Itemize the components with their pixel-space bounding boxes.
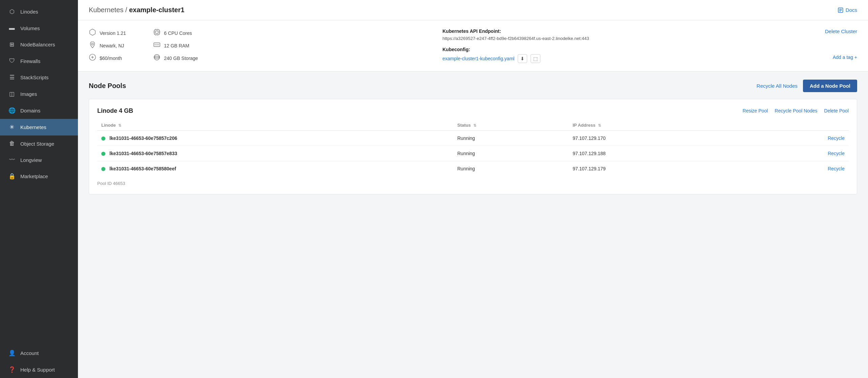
- add-node-pool-button[interactable]: Add a Node Pool: [803, 80, 857, 92]
- cpu-label: 6 CPU Cores: [164, 30, 192, 36]
- col-ip-address[interactable]: IP Address ⇅: [569, 120, 743, 131]
- add-tag-button[interactable]: Add a tag +: [833, 55, 857, 60]
- ip-sort-icon: ⇅: [598, 123, 601, 127]
- docs-link[interactable]: Docs: [838, 7, 857, 13]
- node-pools-header: Node Pools Recycle All Nodes Add a Node …: [89, 80, 857, 92]
- images-icon: ◫: [8, 90, 16, 98]
- sidebar-item-object-storage[interactable]: 🗑 Object Storage: [0, 135, 78, 152]
- cluster-right-actions: Delete Cluster Add a tag +: [803, 28, 857, 60]
- cost-label: $60/month: [100, 56, 122, 61]
- linode-sort-icon: ⇅: [118, 123, 121, 127]
- recycle-all-nodes-button[interactable]: Recycle All Nodes: [757, 83, 798, 89]
- node-pools-section: Node Pools Recycle All Nodes Add a Node …: [78, 71, 868, 378]
- sidebar-item-label: Volumes: [20, 25, 40, 31]
- firewalls-icon: 🛡: [8, 58, 16, 64]
- sidebar-item-marketplace[interactable]: 🔒 Marketplace: [0, 168, 78, 185]
- status-dot: [101, 136, 105, 141]
- api-endpoint-label: Kubernetes API Endpoint:: [442, 28, 789, 34]
- view-kubeconfig-btn[interactable]: ⬚: [531, 54, 540, 63]
- svg-point-4: [91, 43, 94, 45]
- download-kubeconfig-btn[interactable]: ⬇: [518, 54, 527, 63]
- sidebar-item-firewalls[interactable]: 🛡 Firewalls: [0, 53, 78, 69]
- kubeconfig-row: example-cluster1-kubeconfig.yaml ⬇ ⬚: [442, 54, 789, 63]
- node-status-cell: Running: [453, 161, 569, 176]
- delete-cluster-button[interactable]: Delete Cluster: [825, 28, 857, 34]
- breadcrumb-prefix: Kubernetes /: [89, 6, 129, 14]
- sidebar-item-label: Kubernetes: [20, 124, 46, 130]
- node-status-cell: Running: [453, 130, 569, 146]
- recycle-node-button[interactable]: Recycle: [828, 166, 845, 171]
- version-label: Version 1.21: [100, 30, 126, 36]
- svg-rect-8: [154, 30, 160, 35]
- cpu-icon: [153, 28, 161, 38]
- linodes-icon: ⬡: [8, 8, 16, 15]
- resize-pool-button[interactable]: Resize Pool: [743, 108, 768, 113]
- node-recycle-cell: Recycle: [743, 146, 849, 161]
- sidebar-item-volumes[interactable]: ▬ Volumes: [0, 20, 78, 36]
- sidebar-item-longview[interactable]: 〰 Longview: [0, 152, 78, 168]
- sidebar-item-label: Longview: [20, 157, 42, 163]
- sidebar-item-images[interactable]: ◫ Images: [0, 86, 78, 102]
- node-name: lke31031-46653-60e75857e833: [109, 151, 177, 156]
- marketplace-icon: 🔒: [8, 173, 16, 180]
- pool-card: Linode 4 GB Resize Pool Recycle Pool Nod…: [89, 99, 857, 194]
- sidebar-item-label: Marketplace: [20, 173, 48, 179]
- version-info: Version 1.21: [89, 28, 143, 38]
- table-row: lke31031-46653-60e75857c206 Running 97.1…: [97, 130, 849, 146]
- sidebar-item-help-support[interactable]: ❓ Help & Support: [0, 361, 78, 378]
- sidebar-item-label: NodeBalancers: [20, 42, 55, 47]
- node-table: Linode ⇅ Status ⇅ IP Address ⇅: [97, 120, 849, 176]
- api-section: Kubernetes API Endpoint: https://a326952…: [442, 28, 789, 63]
- storage-label: 240 GB Storage: [164, 56, 198, 61]
- location-label: Newark, NJ: [100, 43, 124, 48]
- recycle-node-button[interactable]: Recycle: [828, 151, 845, 156]
- pool-id: Pool ID 46653: [97, 181, 849, 186]
- sidebar-item-domains[interactable]: 🌐 Domains: [0, 102, 78, 119]
- sidebar-item-label: StackScripts: [20, 75, 48, 80]
- cpu-info: 6 CPU Cores: [153, 28, 214, 38]
- status-sort-icon: ⇅: [473, 123, 476, 127]
- cluster-specs: Version 1.21 Newark, NJ $60/month: [89, 28, 436, 63]
- node-ip-cell: 97.107.129.170: [569, 130, 743, 146]
- node-pools-actions: Recycle All Nodes Add a Node Pool: [757, 80, 857, 92]
- object-storage-icon: 🗑: [8, 140, 16, 147]
- sidebar-item-stackscripts[interactable]: ☰ StackScripts: [0, 69, 78, 86]
- delete-pool-button[interactable]: Delete Pool: [824, 108, 849, 113]
- node-recycle-cell: Recycle: [743, 130, 849, 146]
- sidebar-item-label: Account: [20, 350, 39, 356]
- main-content: Kubernetes / example-cluster1 Docs Versi…: [78, 0, 868, 378]
- sidebar-item-nodebalancers[interactable]: ⊞ NodeBalancers: [0, 36, 78, 53]
- ram-icon: [153, 41, 161, 50]
- pool-actions: Resize Pool Recycle Pool Nodes Delete Po…: [743, 108, 849, 113]
- cost-info: $60/month: [89, 54, 143, 63]
- kubeconfig-file-link[interactable]: example-cluster1-kubeconfig.yaml: [442, 56, 514, 61]
- table-row: lke31031-46653-60e758580eef Running 97.1…: [97, 161, 849, 176]
- node-recycle-cell: Recycle: [743, 161, 849, 176]
- api-endpoint-value: https://a3269527-e247-4ff2-bd9e-f2b64398…: [442, 35, 789, 42]
- status-dot: [101, 152, 105, 156]
- sidebar-item-account[interactable]: 👤 Account: [0, 345, 78, 361]
- sidebar-item-linodes[interactable]: ⬡ Linodes: [0, 3, 78, 20]
- node-ip-cell: 97.107.129.179: [569, 161, 743, 176]
- node-ip-cell: 97.107.129.188: [569, 146, 743, 161]
- sidebar-item-kubernetes[interactable]: ✳ Kubernetes: [0, 119, 78, 135]
- col-linode[interactable]: Linode ⇅: [97, 120, 453, 131]
- nodebalancers-icon: ⊞: [8, 41, 16, 48]
- help-icon: ❓: [8, 366, 16, 373]
- sidebar-item-label: Help & Support: [20, 367, 55, 373]
- node-pools-title: Node Pools: [89, 82, 126, 90]
- storage-info: 240 GB Storage: [153, 54, 214, 63]
- recycle-node-button[interactable]: Recycle: [828, 135, 845, 141]
- ram-label: 12 GB RAM: [164, 43, 189, 48]
- pool-name: Linode 4 GB: [97, 107, 133, 114]
- sidebar-item-label: Images: [20, 91, 37, 97]
- sidebar-item-label: Domains: [20, 108, 40, 113]
- node-status-cell: Running: [453, 146, 569, 161]
- recycle-pool-nodes-button[interactable]: Recycle Pool Nodes: [775, 108, 818, 113]
- pool-card-header: Linode 4 GB Resize Pool Recycle Pool Nod…: [97, 107, 849, 114]
- col-status[interactable]: Status ⇅: [453, 120, 569, 131]
- storage-icon: [153, 54, 161, 63]
- longview-icon: 〰: [8, 156, 16, 163]
- status-dot: [101, 167, 105, 171]
- svg-rect-18: [154, 43, 160, 47]
